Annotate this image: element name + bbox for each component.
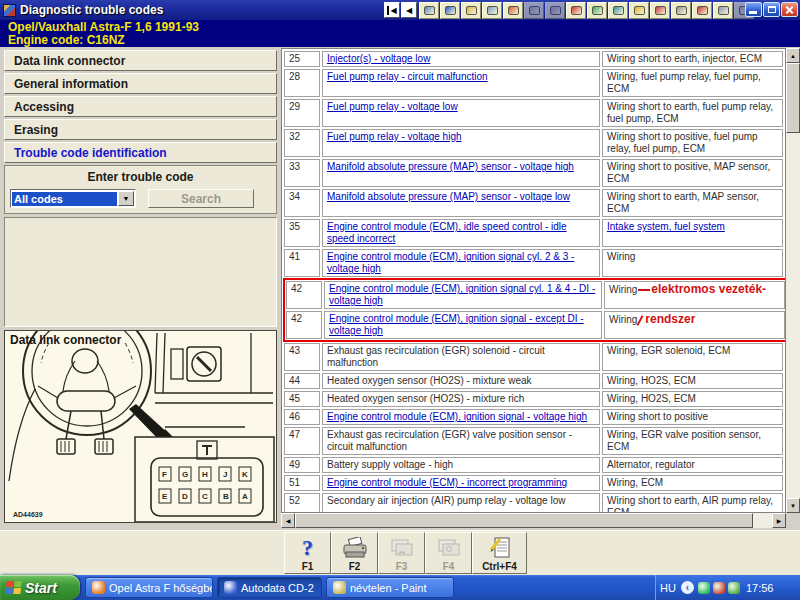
description-link[interactable]: Injector(s) - voltage low <box>327 53 430 64</box>
description-link[interactable]: Fuel pump relay - voltage high <box>327 131 462 142</box>
info-link[interactable]: Intake system, fuel system <box>607 221 725 232</box>
annotation-red-box: 42Engine control module (ECM), ignition … <box>283 278 786 342</box>
tyre-icon[interactable] <box>587 2 607 19</box>
nav-back-button[interactable]: ◀ <box>401 2 417 18</box>
info-text: Wiring short to earth, fuel pump relay, … <box>607 101 773 124</box>
description-link[interactable]: Manifold absolute pressure (MAP) sensor … <box>327 161 574 172</box>
scroll-down-icon[interactable]: ▼ <box>786 498 800 513</box>
vertical-scrollbar[interactable]: ▲ ▼ <box>786 48 800 513</box>
pin-label: E <box>162 492 168 501</box>
info-text: Wiring short to positive <box>607 411 708 422</box>
code-cell: 46 <box>284 409 320 425</box>
task-button-n-vtelen-paint[interactable]: névtelen - Paint <box>326 577 454 598</box>
sidebar-item-accessing[interactable]: Accessing <box>4 96 277 117</box>
engine-oil-icon[interactable] <box>461 2 481 19</box>
car-side-icon[interactable] <box>713 2 733 19</box>
table-row: 46Engine control module (ECM), ignition … <box>284 409 785 425</box>
antivirus-icon[interactable] <box>713 582 725 594</box>
description-link[interactable]: Fuel pump relay - voltage low <box>327 101 458 112</box>
description-link[interactable]: Engine control module (ECM), ignition si… <box>329 283 595 306</box>
close-button[interactable] <box>781 2 798 17</box>
description-link[interactable]: Engine control module (ECM) - incorrect … <box>327 477 567 488</box>
task-button-title: Opel Astra F hőségbe... <box>109 582 213 594</box>
info-text: Wiring, HO2S, ECM <box>607 393 696 404</box>
code-select[interactable]: All codes ▼ <box>10 189 136 208</box>
horizontal-scrollbar[interactable]: ◀ ▶ <box>281 513 786 528</box>
info-text: Wiring short to earth, injector, ECM <box>607 53 762 64</box>
shield-icon[interactable] <box>728 582 740 594</box>
warning-triangle-icon[interactable] <box>692 2 712 19</box>
vertical-scroll-thumb[interactable] <box>786 63 800 133</box>
table-row: 44Heated oxygen sensor (HO2S) - mixture … <box>284 373 785 389</box>
info-cell: Wiring short to earth, fuel pump relay, … <box>602 99 783 127</box>
scroll-left-icon[interactable]: ◀ <box>281 513 295 528</box>
print-icon <box>342 535 368 561</box>
window-title: Diagnostic trouble codes <box>20 3 163 17</box>
info-cell: Wiring short to earth, AIR pump relay, E… <box>602 493 783 513</box>
minimize-button[interactable] <box>745 2 762 17</box>
pin-label: G <box>182 470 188 479</box>
pin-label: J <box>223 470 227 479</box>
search-button[interactable]: Search <box>148 189 254 208</box>
info-text: Wiring short to positive, MAP sensor, EC… <box>607 161 770 184</box>
description-link[interactable]: Engine control module (ECM), idle speed … <box>327 221 567 244</box>
task-button-opel-astra-f-h-s-gbe[interactable]: Opel Astra F hőségbe... <box>85 577 213 598</box>
function-key-label: F3 <box>396 561 408 572</box>
description-link[interactable]: Engine control module (ECM), ignition si… <box>329 313 584 336</box>
table-row: 45Heated oxygen sensor (HO2S) - mixture … <box>284 391 785 407</box>
technical-data-icon[interactable] <box>419 2 439 19</box>
firefox-icon <box>92 581 105 594</box>
info-cell: Intake system, fuel system <box>602 219 783 247</box>
spanner-icon[interactable] <box>503 2 523 19</box>
tray-chevron-icon[interactable]: ‹ <box>681 581 694 594</box>
description-cell: Engine control module (ECM), ignition si… <box>324 281 602 309</box>
language-indicator[interactable]: HU <box>660 582 676 594</box>
pin-label: K <box>242 470 248 479</box>
code-cell: 33 <box>284 159 320 187</box>
chevron-down-icon[interactable]: ▼ <box>118 191 134 206</box>
sidebar-item-trouble-code-identification[interactable]: Trouble code identification <box>4 142 277 163</box>
trouble-code-table: 25Injector(s) - voltage lowWiring short … <box>281 48 786 513</box>
help-car-icon[interactable] <box>629 2 649 19</box>
car-gray-icon[interactable] <box>524 2 544 19</box>
restore-button[interactable] <box>763 2 780 17</box>
gauge-icon[interactable] <box>440 2 460 19</box>
description-link[interactable]: Manifold absolute pressure (MAP) sensor … <box>327 191 570 202</box>
nav-first-button[interactable]: ◀ <box>384 2 400 18</box>
info-text: Wiring, fuel pump relay, fuel pump, ECM <box>607 71 761 94</box>
wheel-icon[interactable] <box>671 2 691 19</box>
description-link[interactable]: Engine control module (ECM), ignition si… <box>327 411 587 422</box>
car-repair-icon[interactable] <box>608 2 628 19</box>
function-button-f4: F4 <box>425 532 472 574</box>
code-cell: 29 <box>284 99 320 127</box>
function-button-ctrl-f4[interactable]: Ctrl+F4 <box>472 532 527 574</box>
table-row: 25Injector(s) - voltage lowWiring short … <box>284 51 785 67</box>
function-button-f1[interactable]: ?F1 <box>284 532 331 574</box>
scroll-right-icon[interactable]: ▶ <box>772 513 786 528</box>
sidebar-item-general-information[interactable]: General information <box>4 73 277 94</box>
start-button[interactable]: Start <box>0 575 80 600</box>
inspection-icon[interactable] <box>482 2 502 19</box>
sidebar-item-erasing[interactable]: Erasing <box>4 119 277 140</box>
description-cell: Fuel pump relay - voltage high <box>322 129 600 157</box>
code-cell: 28 <box>284 69 320 97</box>
task-button-autodata-cd-2[interactable]: Autodata CD-2 <box>217 577 322 598</box>
brush-icon[interactable] <box>545 2 565 19</box>
service-schedule-icon[interactable] <box>566 2 586 19</box>
description-cell: Engine control module (ECM), ignition si… <box>322 249 600 277</box>
utorrent-icon[interactable] <box>698 582 710 594</box>
description-text: Battery supply voltage - high <box>327 459 453 470</box>
navigation-buttons: ◀ ◀ <box>384 2 417 18</box>
horizontal-scroll-thumb[interactable] <box>295 513 753 528</box>
info-cell: Wiring short to earth, injector, ECM <box>602 51 783 67</box>
function-button-f2[interactable]: F2 <box>331 532 378 574</box>
handwritten-annotation: elektromos vezeték- <box>651 282 766 296</box>
scroll-up-icon[interactable]: ▲ <box>786 48 800 63</box>
table-row: 47Exhaust gas recirculation (EGR) valve … <box>284 427 785 455</box>
description-link[interactable]: Engine control module (ECM), ignition si… <box>327 251 574 274</box>
wiring-diagram-icon[interactable] <box>650 2 670 19</box>
info-cell: Wiring, HO2S, ECM <box>602 373 783 389</box>
description-link[interactable]: Fuel pump relay - circuit malfunction <box>327 71 488 82</box>
sidebar-item-data-link-connector[interactable]: Data link connector <box>4 50 277 71</box>
info-cell: Wiring, HO2S, ECM <box>602 391 783 407</box>
